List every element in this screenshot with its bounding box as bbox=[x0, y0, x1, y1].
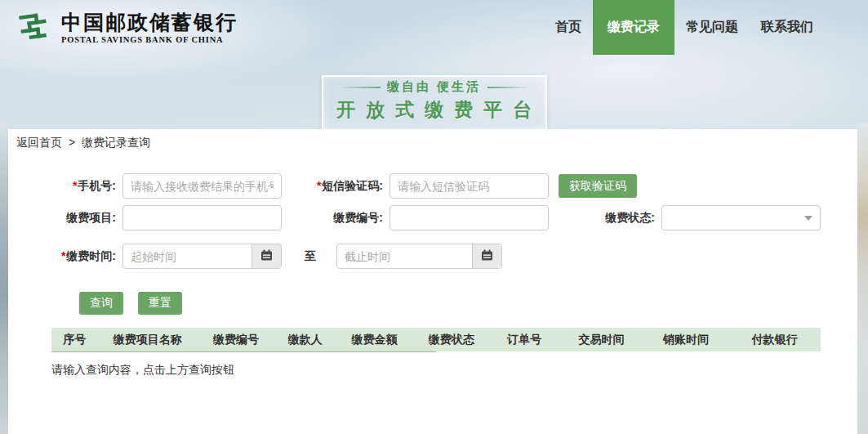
column-header-payment-no: 缴费编号 bbox=[198, 333, 274, 347]
table-header-row: 序号 缴费项目名称 缴费编号 缴款人 缴费金额 缴费状态 订单号 交易时间 销账… bbox=[51, 328, 821, 351]
end-time-field-wrap bbox=[336, 244, 502, 269]
required-mark: * bbox=[73, 179, 77, 192]
phone-field-wrap bbox=[122, 173, 282, 199]
nav-item-payment-records[interactable]: 缴费记录 bbox=[593, 0, 674, 55]
empty-state-message: 请输入查询内容，点击上方查询按钮 bbox=[51, 363, 821, 378]
payment-status-select[interactable] bbox=[661, 205, 821, 230]
banner-slogan: 缴自由 便生活 bbox=[387, 79, 481, 95]
end-time-calendar-button[interactable] bbox=[472, 244, 501, 268]
get-code-button[interactable]: 获取验证码 bbox=[559, 174, 637, 198]
project-field-wrap bbox=[122, 205, 282, 230]
table-divider bbox=[51, 351, 436, 352]
breadcrumb: 返回首页 > 缴费记录查询 bbox=[16, 136, 857, 150]
column-header-project-name: 缴费项目名称 bbox=[98, 333, 198, 347]
hero-banner: 缴自由 便生活 开放式缴费平台 bbox=[0, 55, 868, 123]
reset-button[interactable]: 重置 bbox=[138, 292, 182, 315]
column-header-index: 序号 bbox=[51, 333, 98, 347]
page-background: 中国邮政储蓄银行 POSTAL SAVINGS BANK OF CHINA 首页… bbox=[0, 0, 868, 434]
bank-emblem-icon bbox=[16, 7, 54, 48]
time-label-text: 缴费时间: bbox=[66, 249, 116, 262]
main-nav: 首页 缴费记录 常见问题 联系我们 bbox=[544, 0, 825, 55]
nav-item-home[interactable]: 首页 bbox=[544, 0, 593, 55]
payment-no-input[interactable] bbox=[390, 206, 548, 230]
bank-logo-text: 中国邮政储蓄银行 POSTAL SAVINGS BANK OF CHINA bbox=[61, 11, 238, 44]
payment-no-label: 缴费编号: bbox=[282, 211, 389, 226]
background-city-image-left bbox=[0, 123, 8, 434]
project-input[interactable] bbox=[123, 206, 281, 230]
phone-label: *手机号: bbox=[8, 179, 122, 194]
query-form: *手机号: *短信验证码: 获取验证码 缴费项目: 缴费编号: bbox=[8, 173, 857, 315]
slogan-line-left bbox=[338, 87, 381, 88]
required-mark: * bbox=[317, 179, 321, 192]
start-time-calendar-button[interactable] bbox=[251, 244, 281, 268]
sms-code-label: *短信验证码: bbox=[282, 179, 389, 194]
nav-item-contact-us[interactable]: 联系我们 bbox=[750, 0, 825, 55]
phone-label-text: 手机号: bbox=[78, 179, 116, 192]
start-time-field-wrap bbox=[122, 244, 282, 269]
results-table: 序号 缴费项目名称 缴费编号 缴款人 缴费金额 缴费状态 订单号 交易时间 销账… bbox=[51, 328, 821, 378]
status-label: 缴费状态: bbox=[549, 211, 661, 226]
chevron-down-icon bbox=[804, 216, 812, 221]
payment-no-field-wrap bbox=[389, 205, 549, 230]
column-header-amount: 缴费金额 bbox=[336, 333, 413, 347]
banner-box: 缴自由 便生活 开放式缴费平台 bbox=[322, 75, 547, 131]
calendar-icon bbox=[260, 249, 273, 263]
column-header-trade-time: 交易时间 bbox=[559, 333, 644, 347]
column-header-status: 缴费状态 bbox=[413, 333, 490, 347]
site-header: 中国邮政储蓄银行 POSTAL SAVINGS BANK OF CHINA 首页… bbox=[0, 0, 868, 55]
breadcrumb-separator: > bbox=[69, 136, 75, 149]
banner-slogan-row: 缴自由 便生活 bbox=[323, 79, 545, 95]
phone-input[interactable] bbox=[123, 174, 281, 198]
content-panel: 返回首页 > 缴费记录查询 *手机号: *短信验证码: 获取验证码 缴费项目: bbox=[8, 129, 857, 434]
nav-item-faq[interactable]: 常见问题 bbox=[674, 0, 750, 55]
bank-name-chinese: 中国邮政储蓄银行 bbox=[61, 11, 238, 34]
column-header-settle-time: 销账时间 bbox=[643, 333, 728, 347]
column-header-order-no: 订单号 bbox=[490, 333, 559, 347]
form-row-2: 缴费项目: 缴费编号: 缴费状态: bbox=[8, 205, 857, 230]
banner-title: 开放式缴费平台 bbox=[323, 97, 545, 123]
calendar-icon bbox=[481, 249, 493, 263]
background-city-image-right bbox=[857, 123, 868, 434]
column-header-paying-bank: 付款银行 bbox=[728, 333, 821, 347]
bank-logo: 中国邮政储蓄银行 POSTAL SAVINGS BANK OF CHINA bbox=[16, 7, 238, 48]
sms-code-field-wrap bbox=[389, 173, 549, 199]
column-header-payer: 缴款人 bbox=[274, 333, 336, 347]
time-range-separator: 至 bbox=[305, 249, 316, 264]
query-button[interactable]: 查询 bbox=[79, 292, 123, 315]
form-actions: 查询 重置 bbox=[79, 292, 857, 315]
time-label: *缴费时间: bbox=[8, 249, 122, 264]
bank-name-english: POSTAL SAVINGS BANK OF CHINA bbox=[61, 35, 238, 44]
project-label: 缴费项目: bbox=[8, 211, 122, 226]
required-mark: * bbox=[61, 249, 65, 262]
breadcrumb-back-link[interactable]: 返回首页 bbox=[16, 136, 62, 149]
sms-code-label-text: 短信验证码: bbox=[322, 179, 383, 192]
form-row-3: *缴费时间: bbox=[8, 244, 857, 269]
breadcrumb-current: 缴费记录查询 bbox=[82, 136, 150, 149]
form-row-1: *手机号: *短信验证码: 获取验证码 bbox=[8, 173, 857, 199]
sms-code-input[interactable] bbox=[390, 174, 548, 198]
start-time-input[interactable] bbox=[123, 244, 251, 268]
end-time-input[interactable] bbox=[337, 244, 472, 268]
slogan-line-right bbox=[487, 87, 530, 88]
